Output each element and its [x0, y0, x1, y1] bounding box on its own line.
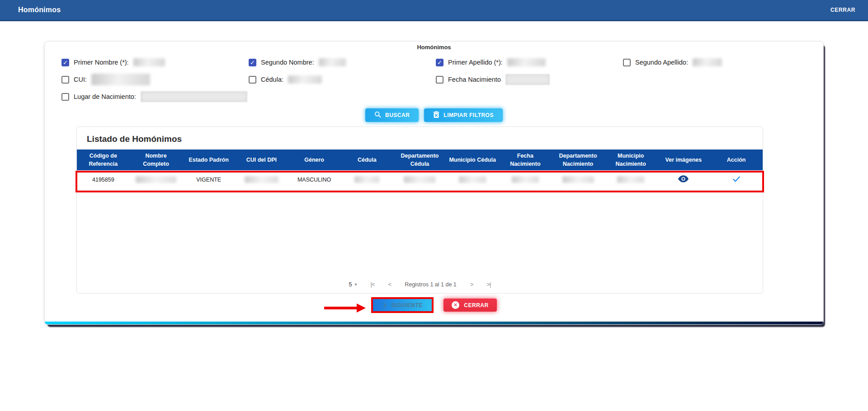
- filter-field-cedula: Cédula:: [249, 75, 436, 84]
- filter-actions: BUSCAR LIMPIAR FILTROS: [45, 108, 823, 122]
- segundo-nombre-checkbox[interactable]: [249, 59, 256, 66]
- redacted-value: [354, 176, 379, 183]
- cell-genero: MASCULINO: [288, 170, 341, 189]
- table-row[interactable]: 4195859 VIGENTE MASCULINO: [77, 170, 763, 189]
- column-header: Nombre Completo: [130, 149, 183, 170]
- cedula-checkbox[interactable]: [249, 76, 256, 84]
- column-header: Fecha Nacimiento: [499, 149, 552, 170]
- filter-field-segundo-apellido: Segundo Apellido:: [623, 58, 810, 66]
- filter-field-cui: CUI:: [61, 74, 249, 85]
- cui-checkbox[interactable]: [61, 76, 69, 84]
- field-label: Primer Apellido (*):: [448, 59, 503, 66]
- cell-cui-dpi: [235, 170, 288, 189]
- redacted-value[interactable]: [507, 58, 546, 66]
- filter-field-primer-apellido: Primer Apellido (*):: [436, 58, 623, 66]
- cell-codigo-referencia: 4195859: [77, 170, 130, 189]
- column-header: Cédula: [340, 149, 393, 170]
- redacted-value[interactable]: [319, 58, 346, 66]
- lugar-nacimiento-input[interactable]: [141, 91, 247, 102]
- window-title: Homónimos: [18, 6, 61, 14]
- fecha-nacimiento-checkbox[interactable]: [436, 76, 443, 84]
- column-header: Código de Referencia: [77, 149, 130, 170]
- topbar-cerrar-button[interactable]: CERRAR: [830, 7, 855, 13]
- primer-apellido-checkbox[interactable]: [436, 59, 443, 66]
- filter-field-fecha-nacimiento: Fecha Nacimiento: [436, 74, 623, 85]
- redacted-value: [617, 176, 644, 183]
- cell-municipio-nacimiento: [604, 170, 657, 189]
- column-header: Departamento Nacimiento: [552, 149, 604, 170]
- cell-nombre-completo: [130, 170, 183, 189]
- fecha-nacimiento-input[interactable]: [505, 74, 550, 85]
- pagination: 5 ▾ |< < Registros 1 al 1 de 1 > >|: [77, 281, 763, 288]
- next-page-icon[interactable]: >: [470, 281, 473, 288]
- column-header: Departamento Cédula: [393, 149, 446, 170]
- redacted-value: [562, 176, 594, 183]
- cell-cedula: [340, 170, 393, 189]
- check-icon[interactable]: [732, 176, 741, 182]
- redacted-value[interactable]: [91, 74, 150, 85]
- field-label: Segundo Nombre:: [261, 59, 314, 66]
- redacted-value: [404, 176, 435, 183]
- limpiar-filtros-button[interactable]: LIMPIAR FILTROS: [424, 108, 503, 122]
- field-label: CUI:: [74, 76, 87, 83]
- redacted-value[interactable]: [288, 75, 322, 84]
- search-icon: [374, 111, 381, 119]
- first-page-icon[interactable]: |<: [371, 281, 375, 288]
- dialog-title: Homónimos: [45, 44, 823, 51]
- annotation-next-box: ❯ SIGUIENTE: [371, 297, 434, 313]
- column-header: Ver imágenes: [657, 149, 710, 170]
- segundo-apellido-checkbox[interactable]: [623, 59, 631, 66]
- page-size-select[interactable]: 5 ▾: [349, 281, 357, 288]
- redacted-value: [136, 176, 176, 183]
- redacted-value: [459, 176, 486, 183]
- trash-icon: [433, 111, 439, 120]
- primer-nombre-checkbox[interactable]: [61, 59, 69, 66]
- cell-fecha-nacimiento: [499, 170, 552, 189]
- cell-municipio-cedula: [446, 170, 499, 189]
- lugar-nacimiento-checkbox[interactable]: [61, 93, 69, 101]
- eye-icon[interactable]: [678, 175, 689, 182]
- cerrar-button[interactable]: ✕ CERRAR: [443, 299, 496, 312]
- field-label: Cédula:: [261, 76, 283, 83]
- field-label: Primer Nombre (*):: [74, 59, 129, 66]
- column-header: Acción: [710, 149, 763, 170]
- listado-panel: Listado de Homónimos Código de Referenci…: [76, 126, 763, 294]
- cell-estado-padron: VIGENTE: [182, 170, 235, 189]
- cell-departamento-cedula: [393, 170, 446, 189]
- redacted-value: [512, 176, 539, 183]
- column-header: Género: [288, 149, 341, 170]
- column-header: Municipio Nacimiento: [604, 149, 657, 170]
- field-label: Segundo Apellido:: [635, 59, 688, 66]
- filter-form: Primer Nombre (*): Segundo Nombre: Prime…: [61, 54, 810, 105]
- field-label: Lugar de Nacimiento:: [74, 93, 136, 100]
- top-bar: Homónimos CERRAR: [0, 0, 868, 21]
- redacted-value[interactable]: [693, 58, 722, 66]
- footer-actions: ❯ SIGUIENTE ✕ CERRAR: [45, 297, 823, 313]
- bottom-gradient-strip: [45, 322, 823, 324]
- chevron-right-icon: ❯: [382, 302, 387, 308]
- limpiar-label: LIMPIAR FILTROS: [443, 112, 494, 118]
- filter-field-lugar-nacimiento: Lugar de Nacimiento:: [61, 91, 249, 102]
- last-page-icon[interactable]: >|: [486, 281, 491, 288]
- cell-ver-imagenes: [657, 170, 710, 189]
- listado-title: Listado de Homónimos: [87, 134, 763, 144]
- prev-page-icon[interactable]: <: [388, 281, 392, 288]
- homonimos-table: Código de Referencia Nombre Completo Est…: [77, 149, 763, 190]
- buscar-button[interactable]: BUSCAR: [365, 108, 419, 122]
- column-header: Municipio Cédula: [446, 149, 499, 170]
- cerrar-label: CERRAR: [464, 302, 488, 308]
- cell-departamento-nacimiento: [552, 170, 604, 189]
- siguiente-button[interactable]: ❯ SIGUIENTE: [373, 299, 432, 311]
- chevron-down-icon: ▾: [355, 282, 357, 287]
- redacted-value: [245, 176, 278, 183]
- cell-accion: [710, 170, 763, 189]
- close-circle-icon: ✕: [452, 301, 459, 309]
- filter-field-segundo-nombre: Segundo Nombre:: [249, 58, 436, 66]
- column-header: CUI del DPI: [235, 149, 288, 170]
- table-header: Código de Referencia Nombre Completo Est…: [77, 149, 763, 170]
- filter-field-primer-nombre: Primer Nombre (*):: [61, 58, 249, 66]
- homonimos-dialog: Homónimos Primer Nombre (*): Segundo Nom…: [44, 41, 824, 325]
- redacted-value[interactable]: [133, 58, 165, 66]
- field-label: Fecha Nacimiento: [448, 76, 501, 83]
- buscar-label: BUSCAR: [385, 112, 410, 118]
